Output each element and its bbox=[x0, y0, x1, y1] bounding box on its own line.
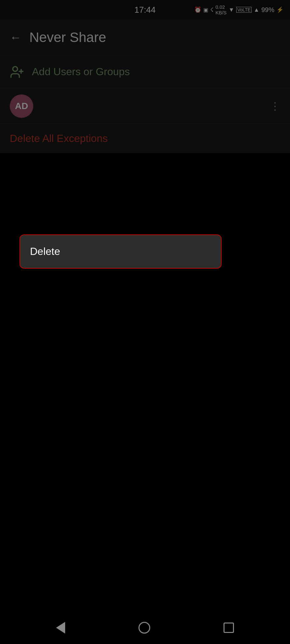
nav-bar bbox=[0, 611, 290, 644]
recents-nav-button[interactable] bbox=[224, 623, 234, 633]
back-nav-button[interactable] bbox=[56, 622, 65, 634]
recents-nav-icon bbox=[224, 623, 234, 633]
home-nav-button[interactable] bbox=[138, 622, 150, 634]
home-nav-icon bbox=[138, 622, 150, 634]
delete-menu-item[interactable]: Delete bbox=[20, 234, 222, 269]
back-nav-icon bbox=[56, 622, 65, 634]
context-menu-overlay: Delete bbox=[0, 0, 290, 644]
delete-menu-label: Delete bbox=[30, 245, 60, 258]
context-menu: Delete bbox=[20, 234, 222, 269]
